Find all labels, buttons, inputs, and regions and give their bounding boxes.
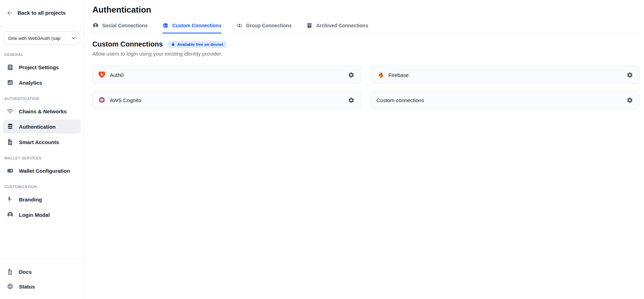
sidebar-item-chains-networks[interactable]: Chains & Networks bbox=[3, 104, 81, 118]
gear-icon[interactable] bbox=[625, 96, 634, 104]
sidebar-item-label: Chains & Networks bbox=[19, 108, 67, 114]
tab-label: Group Connections bbox=[246, 23, 292, 28]
connection-card-firebase[interactable]: Firebase bbox=[371, 66, 640, 84]
document-icon bbox=[7, 268, 14, 275]
gear-icon[interactable] bbox=[347, 71, 356, 79]
section-label-customization: CUSTOMIZATION bbox=[0, 178, 84, 192]
chevron-down-icon bbox=[71, 35, 76, 41]
tab-custom-connections[interactable]: Custom Connections bbox=[162, 22, 222, 33]
section-label-wallet-services: WALLET SERVICES bbox=[0, 150, 84, 163]
lock-icon bbox=[171, 42, 175, 46]
sidebar-item-status[interactable]: Status bbox=[3, 279, 81, 293]
tab-archived-connections[interactable]: Archived Connections bbox=[306, 22, 368, 33]
card-left: Custom connections bbox=[377, 97, 424, 103]
sidebar-item-smart-accounts[interactable]: Smart Accounts bbox=[3, 135, 81, 149]
sidebar-item-project-settings[interactable]: Project Settings bbox=[3, 60, 81, 74]
connection-card-auth0[interactable]: Auth0 bbox=[92, 66, 361, 84]
tab-group-connections[interactable]: Group Connections bbox=[236, 22, 292, 33]
tab-label: Custom Connections bbox=[172, 23, 222, 28]
sidebar-spacer bbox=[0, 222, 84, 259]
users-icon bbox=[236, 22, 243, 29]
section-label-authentication: AUTHENTICATION bbox=[0, 90, 84, 104]
devnet-badge: Available free on devnet bbox=[168, 41, 227, 48]
tab-label: Social Connections bbox=[102, 23, 148, 28]
section-header: Custom Connections Available free on dev… bbox=[92, 40, 639, 48]
back-to-projects-link[interactable]: Back to all projects bbox=[0, 0, 84, 26]
tab-bar: Social Connections Custom Connections Gr… bbox=[92, 22, 639, 34]
connection-name: Auth0 bbox=[110, 72, 124, 78]
connection-name: Firebase bbox=[388, 72, 409, 78]
auth0-logo-icon bbox=[98, 71, 106, 79]
wifi-icon bbox=[7, 108, 14, 115]
sidebar-item-branding[interactable]: Branding bbox=[3, 192, 81, 206]
back-label: Back to all projects bbox=[18, 10, 66, 16]
user-circle-icon bbox=[92, 22, 99, 29]
connection-card-custom-connections[interactable]: Custom connections bbox=[371, 91, 640, 109]
gear-icon[interactable] bbox=[347, 96, 356, 104]
badge-label: Available free on devnet bbox=[177, 42, 223, 47]
sidebar-item-label: Analytics bbox=[19, 80, 42, 86]
sidebar-item-login-modal[interactable]: Login Modal bbox=[3, 208, 81, 222]
sidebar-item-docs[interactable]: Docs bbox=[3, 265, 81, 279]
sidebar-footer: Docs Status bbox=[0, 259, 84, 299]
connection-cards-grid: Auth0 Firebase AWS Cognito bbox=[92, 66, 639, 109]
check-circle-icon bbox=[7, 283, 14, 290]
id-badge-icon bbox=[162, 22, 169, 29]
sidebar-item-label: Smart Accounts bbox=[19, 139, 59, 145]
arrow-left-icon bbox=[6, 9, 13, 16]
sidebar-item-label: Project Settings bbox=[19, 64, 59, 70]
main-content: Authentication Social Connections Custom… bbox=[84, 0, 644, 299]
section-label-general: GENERAL bbox=[0, 46, 84, 59]
card-left: AWS Cognito bbox=[98, 96, 141, 104]
connection-name: AWS Cognito bbox=[110, 97, 141, 103]
bar-chart-icon bbox=[7, 79, 14, 86]
section-title: Custom Connections bbox=[92, 40, 163, 48]
sidebar: Back to all projects One with Web3Auth (… bbox=[0, 0, 84, 299]
sidebar-item-label: Wallet Configuration bbox=[19, 168, 70, 174]
aws-cognito-logo-icon bbox=[98, 96, 106, 104]
tab-label: Archived Connections bbox=[316, 23, 368, 28]
branding-icon bbox=[7, 196, 14, 203]
section-subtitle: Allow users to login using your existing… bbox=[92, 51, 639, 57]
archive-icon bbox=[306, 22, 313, 29]
sidebar-item-authentication[interactable]: Authentication bbox=[3, 120, 81, 134]
sidebar-item-label: Branding bbox=[19, 197, 42, 202]
card-left: Auth0 bbox=[98, 71, 124, 79]
clipboard-icon bbox=[7, 64, 14, 71]
page-title: Authentication bbox=[92, 5, 639, 15]
project-selector[interactable]: One with Web3Auth (sap bbox=[4, 31, 80, 45]
sidebar-item-label: Login Modal bbox=[19, 212, 50, 218]
sidebar-item-label: Authentication bbox=[19, 124, 56, 130]
tab-social-connections[interactable]: Social Connections bbox=[92, 22, 148, 33]
connection-card-aws-cognito[interactable]: AWS Cognito bbox=[92, 91, 361, 109]
connection-name: Custom connections bbox=[377, 97, 424, 103]
sidebar-item-label: Status bbox=[19, 284, 35, 290]
card-left: Firebase bbox=[377, 71, 409, 79]
document-icon bbox=[7, 138, 14, 145]
wallet-icon bbox=[7, 167, 14, 174]
database-icon bbox=[7, 123, 14, 130]
gear-icon[interactable] bbox=[625, 71, 634, 79]
sidebar-item-label: Docs bbox=[19, 269, 32, 275]
project-selector-value: One with Web3Auth (sap bbox=[8, 36, 70, 41]
firebase-logo-icon bbox=[377, 71, 384, 79]
sidebar-item-analytics[interactable]: Analytics bbox=[3, 76, 81, 90]
user-circle-icon bbox=[7, 211, 14, 218]
sidebar-item-wallet-configuration[interactable]: Wallet Configuration bbox=[3, 164, 81, 178]
